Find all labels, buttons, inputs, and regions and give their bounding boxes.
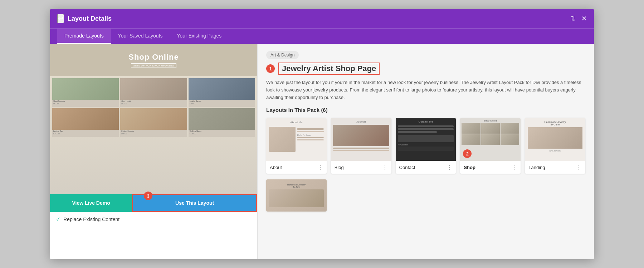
- home-card-preview: Handmade JewelryBy June: [266, 179, 327, 212]
- preview-product-6: Walking Shoes $130.00: [189, 108, 255, 137]
- product-image-4: [52, 108, 119, 130]
- header-actions: ⇅ ✕: [570, 15, 587, 23]
- product-image-3: [189, 78, 255, 100]
- product-label-2: Grey Hoodie: [120, 100, 187, 103]
- preview-hero-button: SIGN UP FOR DROP UPDATES: [131, 63, 177, 68]
- blog-preview-img: [333, 125, 389, 146]
- close-button[interactable]: ✕: [581, 15, 587, 23]
- blog-card-footer: Blog ⋮: [331, 161, 391, 174]
- layout-title-row: 1 Jewelry Artist Shop Page: [266, 63, 585, 75]
- shop-card-preview: Shop Online 2: [460, 118, 521, 161]
- product-label-4: Leather Bag: [52, 130, 119, 133]
- layout-card-landing[interactable]: Handmade JewelryBy June Divi Jewelry Lan…: [525, 118, 585, 174]
- tab-saved-layouts[interactable]: Your Saved Layouts: [111, 29, 170, 44]
- product-price-3: $350.00: [189, 103, 255, 105]
- layout-description: We have just the layout for you if you'r…: [266, 79, 585, 101]
- layout-details-modal: ↩ Layout Details ⇅ ✕ Premade Layouts You…: [50, 9, 594, 259]
- replace-label: Replace Existing Content: [63, 217, 119, 222]
- product-label-6: Walking Shoes: [189, 130, 255, 133]
- landing-card-name: Landing: [528, 165, 545, 170]
- preview-image: Shop Online SIGN UP FOR DROP UPDATES Sho…: [50, 44, 257, 194]
- contact-card-menu[interactable]: ⋮: [447, 164, 452, 171]
- adjust-icon[interactable]: ⇅: [570, 15, 576, 23]
- category-badge: Art & Design: [266, 51, 299, 59]
- tab-premade-layouts[interactable]: Premade Layouts: [57, 29, 111, 44]
- product-image-5: [120, 108, 187, 130]
- badge-3: 3: [144, 192, 152, 200]
- blog-card-menu[interactable]: ⋮: [382, 164, 388, 171]
- live-demo-button[interactable]: View Live Demo: [50, 194, 132, 212]
- layout-card-blog[interactable]: Journal Blog ⋮: [331, 118, 391, 174]
- tab-existing-pages[interactable]: Your Existing Pages: [170, 29, 229, 44]
- shop-card-footer: Shop ⋮: [460, 161, 521, 174]
- contact-card-name: Contact: [399, 165, 415, 170]
- layout-card-shop[interactable]: Shop Online 2 Shop ⋮: [460, 118, 521, 174]
- about-card-footer: About ⋮: [266, 161, 327, 174]
- modal-body: Shop Online SIGN UP FOR DROP UPDATES Sho…: [50, 44, 594, 259]
- back-button[interactable]: ↩: [57, 14, 64, 23]
- landing-card-footer: Landing ⋮: [525, 161, 585, 174]
- landing-card-preview: Handmade JewelryBy June Divi Jewelry: [525, 118, 585, 161]
- product-label-5: Knitted Sweater: [120, 130, 187, 133]
- landing-preview-img: [528, 127, 582, 149]
- layout-title: Jewelry Artist Shop Page: [278, 63, 380, 75]
- product-image-2: [120, 78, 187, 100]
- replace-content-row: ✓ Replace Existing Content: [50, 212, 257, 226]
- product-price-6: $130.00: [189, 133, 255, 135]
- preview-product-2: Grey Hoodie $52.00: [120, 78, 187, 107]
- layouts-grid: About Me Hello I'm June: [266, 118, 585, 174]
- action-buttons: View Live Demo 3 Use This Layout: [50, 194, 257, 212]
- product-label-3: Leather Jacket: [189, 100, 255, 103]
- shop-mini-grid: [462, 123, 519, 145]
- right-panel: Art & Design 1 Jewelry Artist Shop Page …: [258, 44, 594, 259]
- preview-hero: Shop Online SIGN UP FOR DROP UPDATES: [50, 44, 257, 76]
- checkmark-icon: ✓: [56, 216, 60, 223]
- product-price-5: $90.00: [120, 133, 187, 135]
- layout-card-home[interactable]: Handmade JewelryBy June: [266, 179, 327, 212]
- left-panel: Shop Online SIGN UP FOR DROP UPDATES Sho…: [50, 44, 258, 259]
- product-image-1: [52, 78, 119, 100]
- product-price-2: $52.00: [120, 103, 187, 105]
- contact-card-preview: Contact Me Newsletter: [396, 118, 456, 161]
- badge-1: 1: [266, 64, 275, 73]
- contact-card-footer: Contact ⋮: [396, 161, 456, 174]
- layout-card-about[interactable]: About Me Hello I'm June: [266, 118, 327, 174]
- blog-card-name: Blog: [335, 165, 344, 170]
- landing-card-menu[interactable]: ⋮: [576, 164, 582, 171]
- preview-product-1: Short Coverup $67.50: [52, 78, 119, 107]
- about-card-preview: About Me Hello I'm June: [266, 118, 327, 161]
- shop-card-menu[interactable]: ⋮: [511, 164, 517, 171]
- header-left: ↩ Layout Details: [57, 14, 112, 23]
- second-row-grid: Handmade JewelryBy June: [266, 179, 585, 212]
- product-label-1: Short Coverup: [52, 100, 119, 103]
- product-price-1: $67.50: [52, 103, 119, 105]
- preview-product-grid: Short Coverup $67.50 Grey Hoodie $52.00 …: [50, 76, 257, 139]
- product-price-4: $142.00: [52, 133, 119, 135]
- about-card-menu[interactable]: ⋮: [317, 164, 323, 171]
- preview-product-4: Leather Bag $142.00: [52, 108, 119, 137]
- pack-label: Layouts In This Pack (6): [266, 107, 585, 113]
- use-layout-button[interactable]: 3 Use This Layout: [132, 194, 257, 212]
- modal-header: ↩ Layout Details ⇅ ✕: [50, 9, 594, 28]
- modal-title: Layout Details: [68, 15, 112, 23]
- layout-card-contact[interactable]: Contact Me Newsletter Contact ⋮: [396, 118, 456, 174]
- preview-product-5: Knitted Sweater $90.00: [120, 108, 187, 137]
- preview-product-3: Leather Jacket $350.00: [189, 78, 255, 107]
- badge-2: 2: [463, 149, 472, 158]
- preview-hero-title: Shop Online: [128, 53, 179, 62]
- product-image-6: [189, 108, 255, 130]
- blog-card-preview: Journal: [331, 118, 391, 161]
- about-card-name: About: [270, 165, 282, 170]
- tabs-bar: Premade Layouts Your Saved Layouts Your …: [50, 28, 594, 44]
- shop-card-name: Shop: [464, 165, 475, 170]
